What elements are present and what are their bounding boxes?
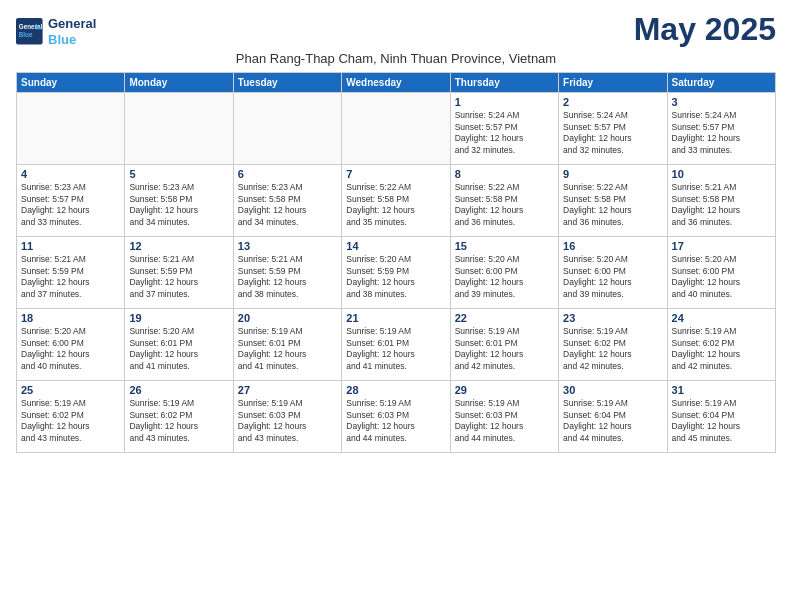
col-tuesday: Tuesday — [233, 73, 341, 93]
table-row: 30Sunrise: 5:19 AM Sunset: 6:04 PM Dayli… — [559, 381, 667, 453]
table-row: 5Sunrise: 5:23 AM Sunset: 5:58 PM Daylig… — [125, 165, 233, 237]
day-detail: Sunrise: 5:19 AM Sunset: 6:03 PM Dayligh… — [238, 398, 337, 444]
day-detail: Sunrise: 5:20 AM Sunset: 5:59 PM Dayligh… — [346, 254, 445, 300]
day-number: 4 — [21, 168, 120, 180]
calendar-header: Sunday Monday Tuesday Wednesday Thursday… — [17, 73, 776, 93]
table-row: 21Sunrise: 5:19 AM Sunset: 6:01 PM Dayli… — [342, 309, 450, 381]
table-row: 16Sunrise: 5:20 AM Sunset: 6:00 PM Dayli… — [559, 237, 667, 309]
table-row: 17Sunrise: 5:20 AM Sunset: 6:00 PM Dayli… — [667, 237, 775, 309]
day-detail: Sunrise: 5:19 AM Sunset: 6:01 PM Dayligh… — [238, 326, 337, 372]
table-row: 25Sunrise: 5:19 AM Sunset: 6:02 PM Dayli… — [17, 381, 125, 453]
table-row: 22Sunrise: 5:19 AM Sunset: 6:01 PM Dayli… — [450, 309, 558, 381]
calendar-row: 11Sunrise: 5:21 AM Sunset: 5:59 PM Dayli… — [17, 237, 776, 309]
table-row: 28Sunrise: 5:19 AM Sunset: 6:03 PM Dayli… — [342, 381, 450, 453]
day-number: 10 — [672, 168, 771, 180]
day-detail: Sunrise: 5:19 AM Sunset: 6:02 PM Dayligh… — [21, 398, 120, 444]
day-detail: Sunrise: 5:20 AM Sunset: 6:00 PM Dayligh… — [563, 254, 662, 300]
day-number: 5 — [129, 168, 228, 180]
table-row: 20Sunrise: 5:19 AM Sunset: 6:01 PM Dayli… — [233, 309, 341, 381]
day-detail: Sunrise: 5:20 AM Sunset: 6:00 PM Dayligh… — [455, 254, 554, 300]
logo-line2: Blue — [48, 32, 76, 47]
day-detail: Sunrise: 5:19 AM Sunset: 6:02 PM Dayligh… — [563, 326, 662, 372]
table-row: 14Sunrise: 5:20 AM Sunset: 5:59 PM Dayli… — [342, 237, 450, 309]
day-detail: Sunrise: 5:24 AM Sunset: 5:57 PM Dayligh… — [455, 110, 554, 156]
table-row: 24Sunrise: 5:19 AM Sunset: 6:02 PM Dayli… — [667, 309, 775, 381]
table-row: 27Sunrise: 5:19 AM Sunset: 6:03 PM Dayli… — [233, 381, 341, 453]
day-detail: Sunrise: 5:21 AM Sunset: 5:59 PM Dayligh… — [129, 254, 228, 300]
table-row: 2Sunrise: 5:24 AM Sunset: 5:57 PM Daylig… — [559, 93, 667, 165]
day-detail: Sunrise: 5:19 AM Sunset: 6:04 PM Dayligh… — [672, 398, 771, 444]
table-row: 18Sunrise: 5:20 AM Sunset: 6:00 PM Dayli… — [17, 309, 125, 381]
col-sunday: Sunday — [17, 73, 125, 93]
day-number: 27 — [238, 384, 337, 396]
table-row — [342, 93, 450, 165]
table-row: 9Sunrise: 5:22 AM Sunset: 5:58 PM Daylig… — [559, 165, 667, 237]
day-detail: Sunrise: 5:19 AM Sunset: 6:02 PM Dayligh… — [129, 398, 228, 444]
day-detail: Sunrise: 5:24 AM Sunset: 5:57 PM Dayligh… — [672, 110, 771, 156]
table-row: 11Sunrise: 5:21 AM Sunset: 5:59 PM Dayli… — [17, 237, 125, 309]
day-number: 19 — [129, 312, 228, 324]
day-detail: Sunrise: 5:20 AM Sunset: 6:00 PM Dayligh… — [21, 326, 120, 372]
calendar-row: 18Sunrise: 5:20 AM Sunset: 6:00 PM Dayli… — [17, 309, 776, 381]
table-row: 4Sunrise: 5:23 AM Sunset: 5:57 PM Daylig… — [17, 165, 125, 237]
day-detail: Sunrise: 5:24 AM Sunset: 5:57 PM Dayligh… — [563, 110, 662, 156]
table-row: 8Sunrise: 5:22 AM Sunset: 5:58 PM Daylig… — [450, 165, 558, 237]
table-row — [125, 93, 233, 165]
day-number: 3 — [672, 96, 771, 108]
day-number: 29 — [455, 384, 554, 396]
col-wednesday: Wednesday — [342, 73, 450, 93]
day-detail: Sunrise: 5:21 AM Sunset: 5:59 PM Dayligh… — [238, 254, 337, 300]
day-detail: Sunrise: 5:19 AM Sunset: 6:03 PM Dayligh… — [455, 398, 554, 444]
table-row: 26Sunrise: 5:19 AM Sunset: 6:02 PM Dayli… — [125, 381, 233, 453]
day-number: 6 — [238, 168, 337, 180]
title-block: May 2025 — [634, 12, 776, 47]
logo-line1: General — [48, 16, 96, 31]
day-detail: Sunrise: 5:21 AM Sunset: 5:58 PM Dayligh… — [672, 182, 771, 228]
day-number: 11 — [21, 240, 120, 252]
table-row — [233, 93, 341, 165]
table-row: 6Sunrise: 5:23 AM Sunset: 5:58 PM Daylig… — [233, 165, 341, 237]
header: General Blue General Blue May 2025 — [16, 12, 776, 47]
day-number: 22 — [455, 312, 554, 324]
day-number: 9 — [563, 168, 662, 180]
calendar-row: 25Sunrise: 5:19 AM Sunset: 6:02 PM Dayli… — [17, 381, 776, 453]
day-number: 1 — [455, 96, 554, 108]
day-detail: Sunrise: 5:22 AM Sunset: 5:58 PM Dayligh… — [455, 182, 554, 228]
day-detail: Sunrise: 5:20 AM Sunset: 6:00 PM Dayligh… — [672, 254, 771, 300]
table-row: 10Sunrise: 5:21 AM Sunset: 5:58 PM Dayli… — [667, 165, 775, 237]
col-thursday: Thursday — [450, 73, 558, 93]
calendar-row: 1Sunrise: 5:24 AM Sunset: 5:57 PM Daylig… — [17, 93, 776, 165]
table-row: 15Sunrise: 5:20 AM Sunset: 6:00 PM Dayli… — [450, 237, 558, 309]
day-detail: Sunrise: 5:22 AM Sunset: 5:58 PM Dayligh… — [346, 182, 445, 228]
day-number: 26 — [129, 384, 228, 396]
table-row: 31Sunrise: 5:19 AM Sunset: 6:04 PM Dayli… — [667, 381, 775, 453]
day-number: 31 — [672, 384, 771, 396]
day-number: 20 — [238, 312, 337, 324]
header-row: Sunday Monday Tuesday Wednesday Thursday… — [17, 73, 776, 93]
logo-text: General Blue — [48, 16, 96, 47]
table-row: 12Sunrise: 5:21 AM Sunset: 5:59 PM Dayli… — [125, 237, 233, 309]
svg-text:Blue: Blue — [19, 30, 33, 37]
col-saturday: Saturday — [667, 73, 775, 93]
day-number: 25 — [21, 384, 120, 396]
day-detail: Sunrise: 5:19 AM Sunset: 6:01 PM Dayligh… — [455, 326, 554, 372]
day-detail: Sunrise: 5:19 AM Sunset: 6:01 PM Dayligh… — [346, 326, 445, 372]
day-number: 30 — [563, 384, 662, 396]
page: General Blue General Blue May 2025 Phan … — [0, 0, 792, 612]
day-number: 12 — [129, 240, 228, 252]
day-number: 13 — [238, 240, 337, 252]
calendar: Sunday Monday Tuesday Wednesday Thursday… — [16, 72, 776, 453]
day-detail: Sunrise: 5:23 AM Sunset: 5:58 PM Dayligh… — [129, 182, 228, 228]
day-number: 16 — [563, 240, 662, 252]
day-number: 14 — [346, 240, 445, 252]
col-monday: Monday — [125, 73, 233, 93]
table-row: 7Sunrise: 5:22 AM Sunset: 5:58 PM Daylig… — [342, 165, 450, 237]
day-number: 21 — [346, 312, 445, 324]
day-detail: Sunrise: 5:23 AM Sunset: 5:58 PM Dayligh… — [238, 182, 337, 228]
day-detail: Sunrise: 5:21 AM Sunset: 5:59 PM Dayligh… — [21, 254, 120, 300]
day-number: 28 — [346, 384, 445, 396]
day-number: 2 — [563, 96, 662, 108]
day-number: 15 — [455, 240, 554, 252]
month-title: May 2025 — [634, 12, 776, 47]
col-friday: Friday — [559, 73, 667, 93]
